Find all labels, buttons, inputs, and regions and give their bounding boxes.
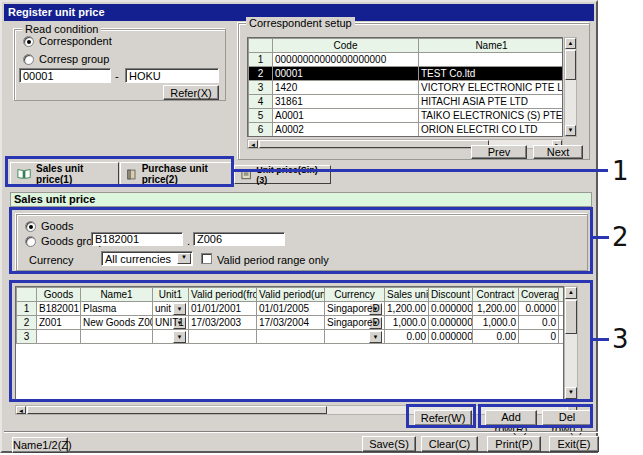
callout-2-line: [593, 236, 609, 239]
correspondent-header-row: Code Name1: [249, 39, 564, 53]
radio-dot-icon: [23, 54, 34, 65]
table-row[interactable]: 1 00000000000000000000: [249, 53, 564, 67]
scroll-left-icon[interactable]: ◄: [16, 406, 26, 414]
callout-2-box: [9, 207, 593, 274]
row-number-cell: 3: [249, 81, 273, 95]
row-number-header: [249, 39, 273, 53]
row-number-cell: 7: [249, 137, 273, 138]
print-button[interactable]: Print(P): [487, 436, 541, 452]
scroll-up-icon[interactable]: ▲: [565, 38, 576, 49]
callout-3-box: [9, 280, 593, 402]
row-number-cell: 2: [249, 67, 273, 81]
callout-3-line: [593, 338, 609, 341]
code-cell[interactable]: 1420: [273, 81, 419, 95]
callout-1-number: 1: [612, 158, 629, 184]
next-button[interactable]: Next: [533, 145, 583, 159]
name-cell[interactable]: [419, 53, 564, 67]
table-row[interactable]: 6 A0002 ORION ELECTRI CO LTD: [249, 123, 564, 137]
correspondent-radio[interactable]: Correspondent: [23, 35, 112, 47]
callout-3-number: 3: [612, 326, 629, 352]
name-cell[interactable]: VICTORY ELECTRONIC PTE LTD: [419, 81, 564, 95]
clear-button[interactable]: Clear(C): [421, 436, 478, 452]
radio-dot-icon: [23, 36, 34, 47]
scroll-down-icon[interactable]: ▼: [565, 125, 576, 136]
code-cell[interactable]: 00001: [273, 67, 419, 81]
code-cell[interactable]: A0001: [273, 109, 419, 123]
code-cell[interactable]: A0002: [273, 123, 419, 137]
refer-x-button[interactable]: Refer(X): [163, 85, 219, 100]
callout-2-number: 2: [612, 224, 629, 250]
sales-unit-price-section-title: Sales unit price: [10, 192, 592, 207]
row-number-cell: 5: [249, 109, 273, 123]
name-cell[interactable]: TEST Co.ltd: [419, 67, 564, 81]
name-cell[interactable]: ORION ELECTRI CO LTD: [419, 123, 564, 137]
tab-unit-price-sin[interactable]: Unit price(Sin)(3): [234, 165, 331, 184]
corresp-group-radio[interactable]: Corresp group: [23, 53, 109, 65]
row-number-cell: 1: [249, 53, 273, 67]
tab-unit-sin-label: Unit price(Sin)(3): [256, 165, 324, 185]
correspondent-radio-label: Correspondent: [39, 35, 112, 47]
corresp-group-radio-label: Corresp group: [39, 53, 109, 65]
callout-1-line: [234, 169, 608, 172]
screenshot-canvas: Register unit price Read condition Corre…: [0, 0, 643, 455]
window-title: Register unit price: [8, 6, 105, 18]
table-row[interactable]: 5 A0001 TAIKO ELECTRONICS (S) PTE LTD: [249, 109, 564, 123]
refer-button-highlight-box: [406, 404, 476, 428]
correspondent-code-to-input[interactable]: [125, 68, 219, 83]
vscroll-thumb[interactable]: [565, 50, 576, 80]
name1-header: Name1: [419, 39, 564, 53]
correspondent-table-viewport: Code Name1 1 00000000000000000000 2 0000…: [247, 37, 563, 137]
table-row-selected[interactable]: 2 00001 TEST Co.ltd: [249, 67, 564, 81]
table-row[interactable]: 3 1420 VICTORY ELECTRONIC PTE LTD: [249, 81, 564, 95]
name12-button[interactable]: Name1/2(Z): [12, 437, 68, 453]
table-row[interactable]: 4 31861 HITACHI ASIA PTE LTD: [249, 95, 564, 109]
code-header: Code: [273, 39, 419, 53]
correspondent-code-from-input[interactable]: [19, 68, 111, 83]
section-title-text: Sales unit price: [14, 193, 95, 205]
save-button[interactable]: Save(S): [362, 436, 416, 452]
hscroll-thumb[interactable]: [259, 140, 489, 148]
name-cell[interactable]: TAIKO ELECTRONICS (S) PTE LTD: [419, 109, 564, 123]
row-number-cell: 4: [249, 95, 273, 109]
range-separator: -: [115, 70, 119, 82]
correspondent-setup-group: Correspondent setup Code Name1 1 0000000…: [238, 23, 590, 160]
callout-1-box: [5, 156, 234, 187]
row-number-cell: 6: [249, 123, 273, 137]
exit-button[interactable]: Exit(E): [549, 436, 599, 452]
read-condition-group: Read condition Correspondent Corresp gro…: [14, 29, 226, 101]
table-row[interactable]: 7 A0003 TOSHIBA CORPORATION: [249, 137, 564, 138]
code-cell[interactable]: A0003: [273, 137, 419, 138]
hscroll-thumb[interactable]: [27, 406, 327, 414]
prev-button[interactable]: Prev: [471, 145, 527, 159]
code-cell[interactable]: 31861: [273, 95, 419, 109]
correspondent-setup-legend: Correspondent setup: [246, 17, 355, 29]
name-cell[interactable]: HITACHI ASIA PTE LTD: [419, 95, 564, 109]
read-condition-legend: Read condition: [22, 23, 101, 35]
correspondent-vscrollbar[interactable]: ▲ ▼: [564, 37, 577, 137]
scroll-left-icon[interactable]: ◄: [248, 140, 258, 148]
name-cell[interactable]: TOSHIBA CORPORATION: [419, 137, 564, 138]
correspondent-table: Code Name1 1 00000000000000000000 2 0000…: [248, 38, 563, 137]
addrow-delrow-highlight-box: [478, 404, 593, 428]
code-cell[interactable]: 00000000000000000000: [273, 53, 419, 67]
bottom-separator: [4, 431, 598, 433]
